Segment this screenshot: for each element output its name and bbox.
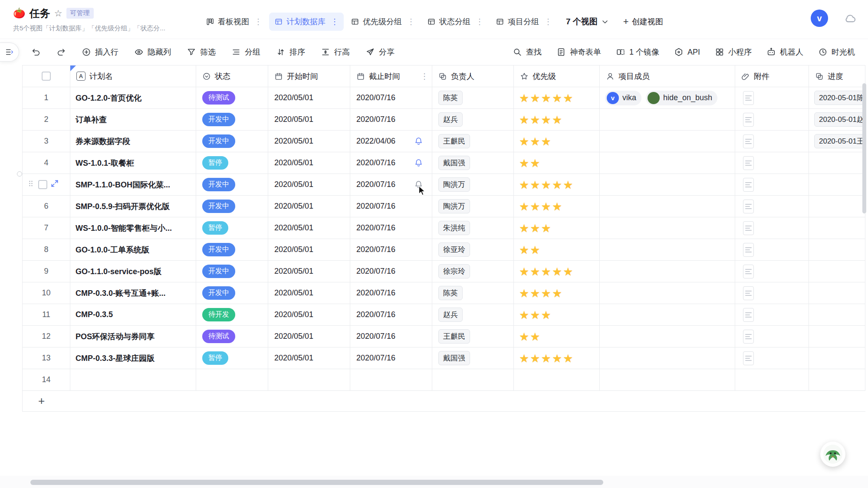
vertical-scrollbar[interactable] — [862, 83, 866, 213]
start-date-cell[interactable]: 2020/05/01 — [268, 261, 350, 282]
progress-cell[interactable] — [809, 174, 865, 196]
attachment-cell[interactable] — [735, 109, 809, 131]
status-cell[interactable]: 开发中 — [196, 196, 268, 217]
attachment-cell[interactable] — [735, 131, 809, 152]
table-row[interactable]: 8GO-1.0.0-工单系统版开发中2020/05/012020/07/16徐亚… — [23, 239, 865, 261]
column-header-priority[interactable]: 优先级 — [514, 65, 600, 87]
views-dropdown[interactable]: 7 个视图 — [566, 16, 609, 27]
progress-cell[interactable] — [809, 304, 865, 326]
progress-cell[interactable] — [809, 369, 865, 391]
owner-cell[interactable]: 朱洪纯 — [432, 217, 514, 239]
priority-cell[interactable]: ★★★★★ — [514, 261, 600, 282]
owner-cell[interactable]: 徐亚玲 — [432, 239, 514, 261]
plan-name-cell[interactable]: GO-1.2.0-首页优化 — [70, 87, 196, 109]
row-number-cell[interactable]: 1 — [23, 87, 70, 109]
attachment-file-icon[interactable] — [743, 134, 754, 148]
status-cell[interactable]: 开发中 — [196, 131, 268, 152]
members-cell[interactable] — [600, 196, 735, 217]
status-cell[interactable]: 开发中 — [196, 282, 268, 304]
datasheet-emoji-icon[interactable]: 🍅 — [13, 7, 26, 19]
owner-cell[interactable]: 陶洪万 — [432, 196, 514, 217]
magic-form-button[interactable]: 神奇表单 — [556, 47, 601, 57]
attachment-cell[interactable] — [735, 304, 809, 326]
column-menu-icon[interactable]: ⋮ — [421, 72, 428, 81]
status-cell[interactable]: 暂停 — [196, 347, 268, 369]
create-view-button[interactable]: + 创建视图 — [623, 16, 663, 27]
priority-cell[interactable]: ★★★★ — [514, 109, 600, 131]
members-cell[interactable] — [600, 131, 735, 152]
column-header-plan-name[interactable]: A 计划名 — [70, 65, 196, 87]
status-cell[interactable]: 暂停 — [196, 217, 268, 239]
tab-menu-icon[interactable]: ⋮ — [407, 17, 415, 26]
drag-handle-icon[interactable] — [26, 179, 35, 190]
column-header-start-date[interactable]: 开始时间 — [268, 65, 350, 87]
members-cell[interactable] — [600, 261, 735, 282]
mirror-button[interactable]: 1 个镜像 — [616, 47, 659, 57]
status-cell[interactable]: 开发中 — [196, 261, 268, 282]
plan-name-cell[interactable]: CMP-0.3.0-账号互通+账... — [70, 282, 196, 304]
empty-row[interactable]: 14 — [23, 369, 865, 391]
status-cell[interactable]: 开发中 — [196, 239, 268, 261]
plan-name-cell[interactable]: GO-1.1.0-service-pos版 — [70, 261, 196, 282]
progress-cell[interactable]: 2020-05-01王 — [809, 131, 865, 152]
horizontal-scrollbar[interactable] — [30, 480, 603, 485]
plan-name-cell[interactable]: SMP-1.1.0-BOH国际化菜... — [70, 174, 196, 196]
widgets-button[interactable]: 小程序 — [715, 47, 752, 57]
end-date-cell[interactable]: 2020/07/16 — [350, 304, 432, 326]
tab-priority-group[interactable]: 优先级分组 ⋮ — [345, 13, 420, 31]
row-number-cell[interactable]: 7 — [23, 217, 70, 239]
row-height-button[interactable]: 行高 — [321, 47, 350, 57]
owner-cell[interactable]: 王麒民 — [432, 326, 514, 347]
attachment-cell[interactable] — [735, 87, 809, 109]
attachment-cell[interactable] — [735, 217, 809, 239]
reminder-bell-icon[interactable] — [414, 158, 423, 167]
start-date-cell[interactable]: 2020/05/01 — [268, 109, 350, 131]
attachment-cell[interactable] — [735, 282, 809, 304]
robot-button[interactable]: 机器人 — [766, 47, 803, 57]
attachment-file-icon[interactable] — [743, 351, 754, 365]
end-date-cell[interactable]: 2020/07/16 — [350, 261, 432, 282]
column-header-end-date[interactable]: 截止时间 ⋮ — [350, 65, 432, 87]
row-number-cell[interactable]: 10 — [23, 282, 70, 304]
owner-cell[interactable]: 王麒民 — [432, 131, 514, 152]
status-cell[interactable]: 暂停 — [196, 152, 268, 174]
row-number-cell[interactable]: 13 — [23, 347, 70, 369]
end-date-cell[interactable]: 2020/07/16 — [350, 152, 432, 174]
progress-cell[interactable] — [809, 261, 865, 282]
progress-cell[interactable] — [809, 196, 865, 217]
end-date-cell[interactable]: 2020/07/16 — [350, 109, 432, 131]
tab-menu-icon[interactable]: ⋮ — [254, 17, 262, 26]
start-date-cell[interactable]: 2020/05/01 — [268, 174, 350, 196]
progress-cell[interactable] — [809, 239, 865, 261]
table-row[interactable]: 3券来源数据字段开发中2020/05/012022/04/06王麒民★★★202… — [23, 131, 865, 152]
end-date-cell[interactable]: 2022/04/06 — [350, 131, 432, 152]
plan-name-cell[interactable]: CMP-0.3.5 — [70, 304, 196, 326]
priority-cell[interactable] — [514, 369, 600, 391]
priority-cell[interactable]: ★★★★★ — [514, 87, 600, 109]
tab-plan-datasheet[interactable]: 计划数据库 ⋮ — [269, 13, 344, 31]
table-row[interactable]: 4WS-1.0.1-取餐柜暂停2020/05/012020/07/16戴国强★★ — [23, 152, 865, 174]
progress-cell[interactable]: 2020-05-01赵 — [809, 109, 865, 131]
start-date-cell[interactable]: 2020/05/01 — [268, 239, 350, 261]
tab-menu-icon[interactable]: ⋮ — [476, 17, 483, 26]
status-cell[interactable]: 待测试 — [196, 87, 268, 109]
attachment-file-icon[interactable] — [743, 113, 754, 127]
owner-cell[interactable] — [432, 369, 514, 391]
find-button[interactable]: 查找 — [513, 47, 542, 57]
select-all-checkbox[interactable] — [42, 72, 51, 81]
row-number-cell[interactable]: 6 — [23, 196, 70, 217]
attachment-cell[interactable] — [735, 152, 809, 174]
end-date-cell[interactable]: 2020/07/16 — [350, 282, 432, 304]
plan-name-cell[interactable]: POS环保活动与券同享 — [70, 326, 196, 347]
priority-cell[interactable]: ★★★ — [514, 131, 600, 152]
sort-button[interactable]: 排序 — [276, 47, 305, 57]
add-row-button[interactable]: + — [23, 391, 865, 412]
time-machine-button[interactable]: 时光机 — [818, 47, 855, 57]
attachment-file-icon[interactable] — [743, 308, 754, 322]
attachment-file-icon[interactable] — [743, 91, 754, 105]
attachment-file-icon[interactable] — [743, 156, 754, 170]
tab-menu-icon[interactable]: ⋮ — [544, 17, 552, 26]
priority-cell[interactable]: ★★★ — [514, 304, 600, 326]
table-row[interactable]: 9GO-1.1.0-service-pos版开发中2020/05/012020/… — [23, 261, 865, 282]
member-chip[interactable]: hide_on_bush — [646, 91, 717, 105]
